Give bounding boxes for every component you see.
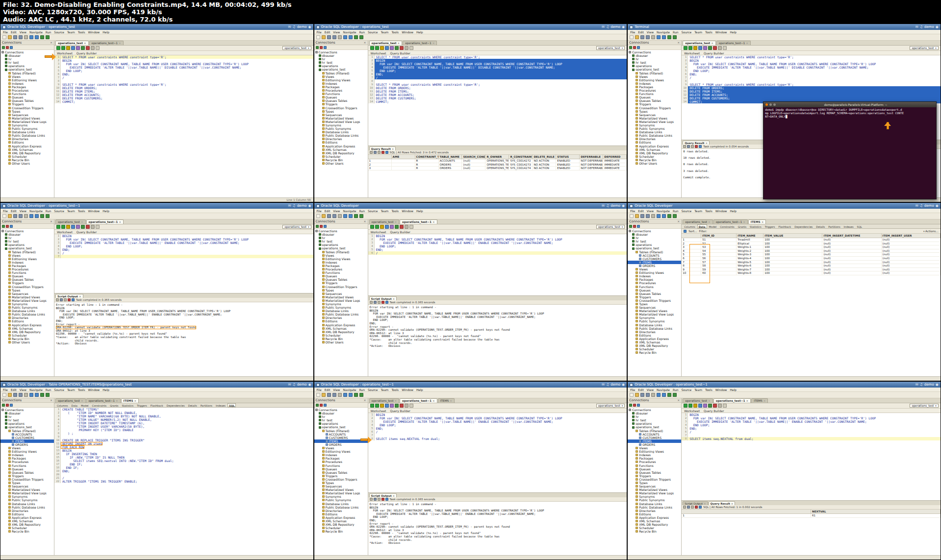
refresh-grid-icon[interactable] [684,230,687,233]
code-editor[interactable]: 1 BEGIN 2 FOR var IN( SELECT CONSTRAINT_… [54,234,313,293]
tree-item[interactable]: Crossedition Triggers [314,478,368,481]
tree-item[interactable]: Public Synonyms [628,319,681,323]
tree-item[interactable]: dbauser [0,412,54,415]
tree-item[interactable]: CUSTOMERS [628,257,681,261]
code-editor[interactable]: 1 BEGIN 2 FOR var IN( SELECT CONSTRAINT_… [368,413,627,492]
print-output-icon[interactable] [691,506,694,509]
mail-icon[interactable]: ✉ [916,383,918,387]
save-all-icon[interactable] [646,214,650,218]
tree-item[interactable]: Recycle Bin [0,337,54,341]
forward-icon[interactable] [359,35,363,39]
print-output-icon[interactable] [691,145,694,148]
tree-item[interactable]: Editions [314,512,368,516]
open-folder-icon[interactable] [8,35,12,39]
tree-item[interactable]: Editions [628,334,681,337]
menu-item[interactable]: Edit [11,30,17,34]
tree-item[interactable]: Queues [0,96,54,99]
tree-item[interactable]: Scheduler [314,155,368,158]
worksheet-subtab[interactable]: Worksheet [371,409,386,413]
tree-item[interactable]: Connections [314,229,368,233]
forward-icon[interactable] [673,393,677,397]
menu-item[interactable]: Help [102,30,109,34]
commit-icon[interactable] [395,404,399,408]
menu-item[interactable]: Team [67,388,75,391]
volume-icon[interactable]: ♫ [920,25,923,29]
open-folder-icon[interactable] [635,214,639,218]
close-tab-icon[interactable] [393,494,395,497]
tree-item[interactable]: Sequences [0,292,54,295]
clear-icon[interactable] [409,404,413,408]
tree-item[interactable]: hr [628,57,681,61]
worksheet-subtab[interactable]: Worksheet [371,51,386,55]
run-statement-icon[interactable] [56,46,60,50]
menu-item[interactable]: Team [381,30,389,34]
tree-item[interactable]: Application Express [0,516,54,519]
run-script-icon[interactable] [375,404,379,408]
tree-item[interactable]: Recycle Bin [628,158,681,162]
menu-item[interactable]: Navigate [657,209,670,213]
object-viewer-subtab[interactable]: Dependencies [793,224,814,228]
menu-item[interactable]: Window [715,209,727,213]
tree-item[interactable]: Views [314,75,368,78]
column-header[interactable]: R_OWNER [485,155,509,159]
forward-icon[interactable] [46,214,50,218]
tree-item[interactable]: Directories [314,137,368,141]
new-file-icon[interactable] [630,35,634,39]
tree-item[interactable]: Recycle Bin [628,530,681,533]
print-icon[interactable] [651,393,655,397]
redo-icon[interactable] [662,393,666,397]
tree-item[interactable]: Materialized Views [628,117,681,120]
undo-icon[interactable] [657,35,661,39]
output-tab[interactable]: Query Result [709,501,736,505]
document-tab[interactable]: ITEMS [748,219,766,224]
tree-item[interactable]: ITEMS [314,439,368,443]
tree-item[interactable]: Public Synonyms [314,127,368,130]
object-viewer-subtab[interactable]: Columns [55,403,70,407]
tree-item[interactable]: Crossedition Triggers [628,478,681,481]
power-icon[interactable]: ◉ [622,204,625,208]
run-script-icon[interactable] [688,46,692,50]
tree-item[interactable]: Crossedition Triggers [314,106,368,110]
mail-icon[interactable]: ✉ [602,204,605,208]
tree-item[interactable]: Views [0,446,54,450]
sql-tuning-icon[interactable] [390,225,394,229]
push-pin-icon[interactable] [370,498,373,501]
output-tab[interactable]: Script Output [55,294,83,298]
object-viewer-subtab[interactable]: Indexes [842,224,855,228]
mail-icon[interactable]: ✉ [288,204,291,208]
sql-tuning-icon[interactable] [390,404,394,408]
tree-item[interactable]: Crossedition Triggers [0,106,54,110]
rollback-icon[interactable] [713,46,717,50]
menu-item[interactable]: Team [694,30,702,34]
tree-item[interactable]: Connections [0,408,54,412]
save-all-icon[interactable] [19,35,23,39]
column-header[interactable]: DEFERRED [603,155,627,159]
menu-item[interactable]: Tools [705,30,712,34]
close-tab-icon[interactable] [743,220,745,223]
power-icon[interactable]: ◉ [936,25,939,29]
object-viewer-subtab[interactable]: Constraints [718,224,736,228]
explain-plan-icon[interactable] [385,404,389,408]
tree-item[interactable]: Directories [0,509,54,512]
tree-item[interactable]: XML DB Repository [628,344,681,347]
refresh-icon[interactable] [324,46,327,49]
tree-item[interactable]: XML DB Repository [314,523,368,526]
document-tab[interactable]: operations_test [683,219,713,224]
worksheet-subtab[interactable]: Query Builder [390,51,410,55]
tree-item[interactable]: Directories [0,316,54,319]
tree-item[interactable]: Types [628,302,681,306]
refresh-icon[interactable] [637,46,640,49]
object-viewer-subtab[interactable]: Partitions [827,224,841,228]
tree-item[interactable]: Connections [628,229,681,233]
history-icon[interactable] [385,498,388,501]
column-header[interactable]: CONSTRAINT_TYPE [415,155,439,159]
menu-item[interactable]: Navigate [29,388,43,391]
tree-item[interactable]: XML Schemas [628,519,681,523]
menu-item[interactable]: Run [359,388,365,391]
table-row[interactable]: 161 [682,514,941,518]
tree-item[interactable]: operations_test [628,246,681,250]
tree-item[interactable]: Triggers [314,102,368,106]
redo-icon[interactable] [35,393,39,397]
tree-item[interactable]: Public Synonyms [0,306,54,309]
tree-item[interactable]: Application Express [0,145,54,148]
